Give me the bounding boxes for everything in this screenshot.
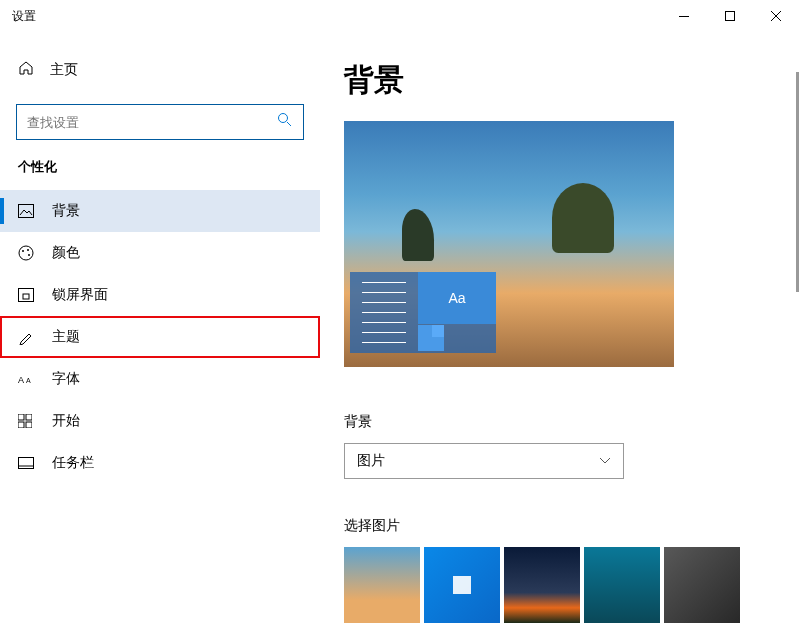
- palette-icon: [18, 245, 36, 261]
- svg-rect-3: [19, 205, 34, 218]
- thumbnail-1[interactable]: [344, 547, 420, 623]
- window-title: 设置: [12, 8, 36, 25]
- theme-icon: [18, 329, 36, 345]
- section-title: 个性化: [0, 158, 320, 190]
- sidebar: 主页 个性化 背景 颜色 锁: [0, 32, 320, 630]
- nav-label: 背景: [52, 202, 80, 220]
- desktop-preview: Aa: [344, 121, 674, 367]
- taskbar-icon: [18, 457, 36, 469]
- search-input[interactable]: [27, 115, 277, 130]
- start-icon: [18, 414, 36, 428]
- nav-item-start[interactable]: 开始: [0, 400, 320, 442]
- window-controls: [661, 0, 799, 32]
- lock-icon: [18, 288, 36, 302]
- thumbnail-4[interactable]: [584, 547, 660, 623]
- svg-rect-13: [26, 414, 32, 420]
- page-heading: 背景: [344, 60, 775, 101]
- choose-picture-label: 选择图片: [344, 517, 775, 535]
- nav-label: 开始: [52, 412, 80, 430]
- svg-point-5: [22, 250, 24, 252]
- chevron-down-icon: [599, 457, 611, 465]
- thumbnail-3[interactable]: [504, 547, 580, 623]
- svg-rect-0: [679, 16, 689, 17]
- thumbnail-2[interactable]: [424, 547, 500, 623]
- maximize-button[interactable]: [707, 0, 753, 32]
- content-panel: 背景 Aa 背景 图片 选择图片: [320, 32, 799, 630]
- svg-rect-14: [18, 422, 24, 428]
- image-icon: [18, 204, 36, 218]
- svg-text:A: A: [26, 377, 31, 384]
- nav-label: 任务栏: [52, 454, 94, 472]
- svg-rect-8: [19, 289, 34, 302]
- search-icon: [277, 112, 293, 132]
- svg-rect-16: [19, 458, 34, 469]
- svg-rect-9: [23, 294, 29, 299]
- minimize-button[interactable]: [661, 0, 707, 32]
- main-area: 主页 个性化 背景 颜色 锁: [0, 32, 799, 630]
- preview-start-overlay: Aa: [350, 272, 496, 353]
- nav-item-taskbar[interactable]: 任务栏: [0, 442, 320, 484]
- background-label: 背景: [344, 413, 775, 431]
- nav-item-lockscreen[interactable]: 锁屏界面: [0, 274, 320, 316]
- home-link[interactable]: 主页: [0, 50, 320, 90]
- svg-rect-15: [26, 422, 32, 428]
- svg-rect-12: [18, 414, 24, 420]
- font-icon: AA: [18, 372, 36, 386]
- minimize-icon: [679, 16, 689, 17]
- dropdown-value: 图片: [357, 452, 599, 470]
- home-label: 主页: [50, 61, 78, 79]
- home-icon: [18, 60, 34, 80]
- svg-point-4: [19, 246, 33, 260]
- close-icon: [771, 11, 781, 21]
- nav-item-themes[interactable]: 主题: [0, 316, 320, 358]
- preview-tile-text: Aa: [418, 272, 496, 324]
- nav-label: 主题: [52, 328, 80, 346]
- background-type-dropdown[interactable]: 图片: [344, 443, 624, 479]
- svg-point-7: [28, 254, 30, 256]
- nav-item-colors[interactable]: 颜色: [0, 232, 320, 274]
- nav-label: 锁屏界面: [52, 286, 108, 304]
- nav-item-background[interactable]: 背景: [0, 190, 320, 232]
- search-box[interactable]: [16, 104, 304, 140]
- thumbnail-5[interactable]: [664, 547, 740, 623]
- svg-text:A: A: [18, 375, 24, 385]
- nav-item-fonts[interactable]: AA 字体: [0, 358, 320, 400]
- svg-point-2: [279, 114, 288, 123]
- maximize-icon: [725, 11, 735, 21]
- svg-rect-1: [726, 12, 735, 21]
- svg-point-6: [27, 249, 29, 251]
- titlebar: 设置: [0, 0, 799, 32]
- nav-label: 字体: [52, 370, 80, 388]
- close-button[interactable]: [753, 0, 799, 32]
- picture-thumbnails: [344, 547, 775, 623]
- nav-label: 颜色: [52, 244, 80, 262]
